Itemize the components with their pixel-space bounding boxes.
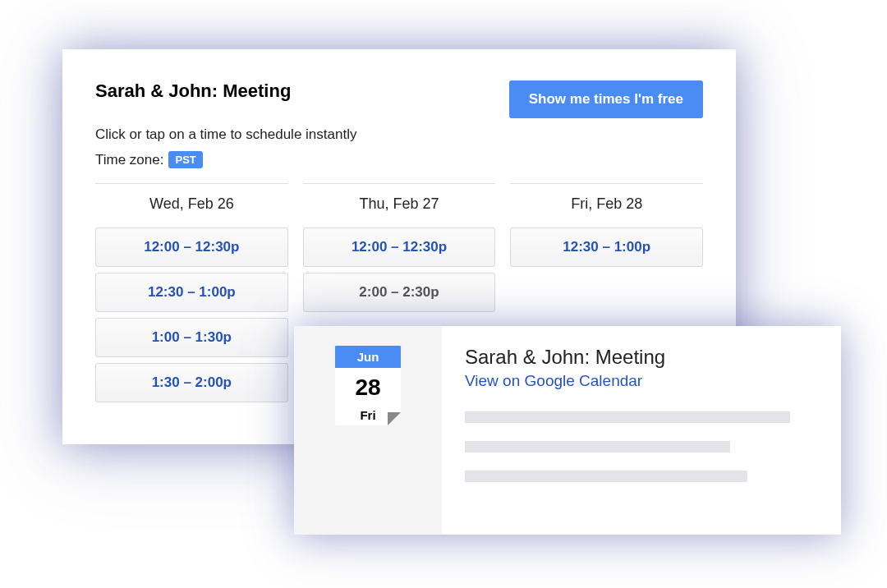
calendar-chip-month: Jun	[335, 346, 401, 368]
show-free-times-button[interactable]: Show me times I'm free	[509, 80, 703, 118]
time-slot[interactable]: 12:30 – 1:00p	[95, 273, 288, 312]
calendar-chip-dow: Fri	[360, 408, 375, 422]
timezone-row: Time zone: PST	[95, 151, 703, 168]
day-header: Fri, Feb 28	[510, 195, 703, 213]
time-slot[interactable]: 1:00 – 1:30p	[95, 318, 288, 357]
time-slot[interactable]: 12:00 – 12:30p	[95, 227, 288, 267]
day-header: Wed, Feb 26	[95, 195, 288, 213]
skeleton-line	[465, 441, 730, 452]
timezone-badge[interactable]: PST	[168, 151, 202, 168]
time-slot[interactable]: 2:00 – 2:30p	[303, 273, 496, 312]
time-slot[interactable]: 12:00 – 12:30p	[303, 227, 496, 267]
calendar-chip-day: 28	[335, 368, 401, 404]
fold-corner-icon	[388, 412, 401, 425]
time-slot[interactable]: 1:30 – 2:00p	[95, 363, 288, 402]
scheduler-subtitle: Click or tap on a time to schedule insta…	[95, 126, 703, 143]
detail-content: Sarah & John: Meeting View on Google Cal…	[442, 326, 841, 535]
day-header: Thu, Feb 27	[303, 195, 496, 213]
view-on-google-calendar-link[interactable]: View on Google Calendar	[465, 372, 642, 390]
time-slot[interactable]: 12:30 – 1:00p	[510, 227, 703, 267]
scheduler-title: Sarah & John: Meeting	[95, 80, 291, 102]
detail-card: Jun 28 Fri Sarah & John: Meeting View on…	[294, 326, 841, 535]
detail-sidebar: Jun 28 Fri	[294, 326, 442, 535]
detail-title: Sarah & John: Meeting	[465, 346, 818, 369]
day-column: Wed, Feb 26 12:00 – 12:30p 12:30 – 1:00p…	[95, 183, 288, 408]
calendar-chip-icon: Jun 28 Fri	[335, 346, 401, 425]
skeleton-line	[465, 471, 747, 482]
skeleton-line	[465, 411, 790, 423]
timezone-label: Time zone:	[95, 152, 163, 168]
